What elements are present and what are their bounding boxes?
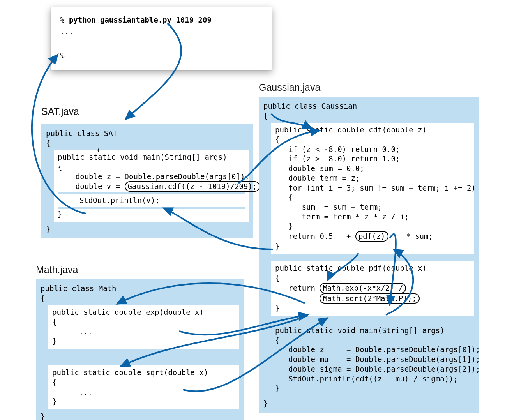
sat-class-header: public class SAT { xyxy=(46,129,249,148)
sat-main-sig: public static void main(String[] args) { xyxy=(58,152,245,171)
sat-stdout-line: StdOut.println(v); xyxy=(58,194,245,207)
math-sqrt-method: public static double sqrt(double x) { ..… xyxy=(48,365,239,409)
math-exp-method: public static double exp(double x) { ...… xyxy=(48,305,239,349)
terminal-command: python gaussiantable.py 1019 209 xyxy=(69,16,212,24)
prompt: % xyxy=(60,16,69,24)
sat-line-v-pre: double v = xyxy=(58,182,125,191)
gaussian-cdf-method: public static double cdf(double z) { if … xyxy=(271,123,474,254)
terminal-ellipsis: ... xyxy=(60,27,73,36)
gaussian-code-box: public class Gaussian { public static do… xyxy=(259,97,479,413)
gaussian-pdf-sig: public static double pdf(double x) { xyxy=(275,263,470,282)
math-sqrt-sig: public static double sqrt(double x) { ..… xyxy=(52,368,235,406)
gaussian-pdf-close: } xyxy=(275,304,470,313)
gaussian-close: } xyxy=(263,399,474,408)
gaussian-main-method: public static void main(String[] args) {… xyxy=(271,323,474,396)
terminal-box: % python gaussiantable.py 1019 209 ... % xyxy=(51,7,272,70)
sat-main-method: ↓ public static void main(String[] args)… xyxy=(54,150,249,222)
gaussian-cdf-close: } xyxy=(275,242,470,251)
gaussian-main-sig: public static void main(String[] args) {… xyxy=(275,326,470,393)
gaussian-pdf-call: pdf(z) xyxy=(355,231,388,242)
sat-close-outer: } xyxy=(46,224,249,234)
gaussian-mathexp-call: Math.exp(-x*x/2) / xyxy=(320,283,406,293)
math-class-header: public class Math { xyxy=(41,284,239,303)
gaussian-mathsqrt-call: Math.sqrt(2*Math.PI); xyxy=(320,293,419,304)
math-code-box: public class Math { public static double… xyxy=(36,279,244,420)
gaussian-file-label: Gaussian.java xyxy=(259,82,320,93)
gaussian-pdf-method: public static double pdf(double x) { ret… xyxy=(271,261,474,316)
sat-gaussian-call: Gaussian.cdf((z - 1019)/209); xyxy=(125,181,260,192)
sat-close-inner: } xyxy=(58,209,245,219)
gaussian-cdf-ret-post: * sum; xyxy=(388,231,433,241)
sat-file-label: SAT.java xyxy=(41,106,79,117)
down-arrow-icon: ↓ xyxy=(97,146,100,153)
diagram-canvas: % python gaussiantable.py 1019 209 ... %… xyxy=(0,0,505,420)
math-exp-sig: public static double exp(double x) { ...… xyxy=(52,307,235,346)
gaussian-pdf-ret-pre: return xyxy=(275,283,320,293)
gaussian-cdf-ret-pre: return 0.5 + xyxy=(275,231,355,241)
math-file-label: Math.java xyxy=(36,264,78,275)
gaussian-class-header: public class Gaussian { xyxy=(263,101,474,120)
sat-line-z: double z = Double.parseDouble(args[0]); xyxy=(58,172,245,182)
gaussian-cdf-body: if (z < -8.0) return 0.0; if (z > 8.0) r… xyxy=(275,145,470,231)
gaussian-cdf-sig: public static double cdf(double z) { xyxy=(275,125,470,144)
terminal-prompt2: % xyxy=(60,51,64,60)
math-close: } xyxy=(41,412,239,420)
sat-stdout-block: StdOut.println(v); xyxy=(58,192,245,209)
sat-code-box: public class SAT { ↓ public static void … xyxy=(41,124,253,238)
